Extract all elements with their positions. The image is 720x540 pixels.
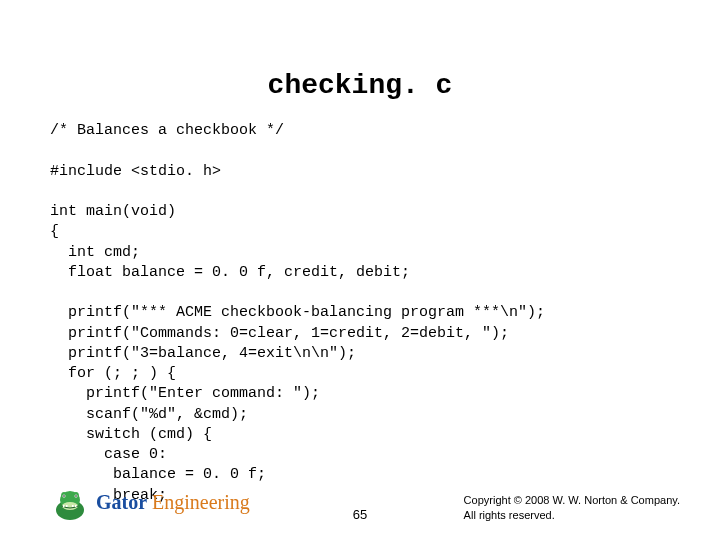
- page-number: 65: [353, 507, 367, 522]
- brand-word-2: Engineering: [147, 491, 250, 513]
- copyright-line-2: All rights reserved.: [464, 508, 680, 522]
- svg-rect-11: [72, 505, 74, 507]
- code-block: /* Balances a checkbook */ #include <std…: [50, 121, 670, 506]
- svg-rect-10: [66, 505, 68, 507]
- brand-text: Gator Engineering: [96, 491, 250, 514]
- svg-point-6: [63, 495, 65, 497]
- copyright: Copyright © 2008 W. W. Norton & Company.…: [464, 493, 680, 522]
- gator-icon: [50, 482, 90, 522]
- brand-word-1: Gator: [96, 491, 147, 513]
- slide-title: checking. c: [50, 70, 670, 101]
- svg-rect-9: [63, 505, 65, 507]
- svg-rect-12: [75, 505, 77, 507]
- copyright-line-1: Copyright © 2008 W. W. Norton & Company.: [464, 493, 680, 507]
- svg-point-7: [75, 495, 77, 497]
- brand-block: Gator Engineering: [50, 482, 250, 522]
- slide: checking. c /* Balances a checkbook */ #…: [0, 0, 720, 540]
